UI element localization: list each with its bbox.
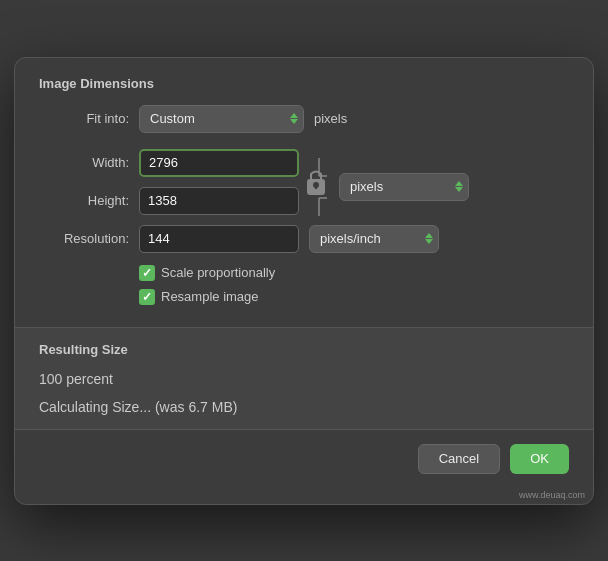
- fit-into-label: Fit into:: [39, 111, 129, 126]
- scale-proportionally-row: ✓ Scale proportionally: [139, 265, 569, 281]
- calc-size-text: Calculating Size... (was 6.7 MB): [39, 399, 569, 415]
- wh-block: Width: Height:: [39, 149, 299, 225]
- height-label: Height:: [39, 193, 129, 208]
- fit-into-row: Fit into: Custom pixels: [39, 105, 569, 133]
- resolution-unit-select-wrapper: pixels/inch: [309, 225, 439, 253]
- resolution-unit-select[interactable]: pixels/inch: [309, 225, 439, 253]
- image-dimensions-dialog: Image Dimensions Fit into: Custom pixels: [14, 57, 594, 505]
- height-input[interactable]: [139, 187, 299, 215]
- pixels-select-wrapper: pixels: [339, 173, 469, 201]
- fit-into-select[interactable]: Custom: [139, 105, 304, 133]
- image-dimensions-section: Image Dimensions Fit into: Custom pixels: [15, 58, 593, 327]
- resample-image-row: ✓ Resample image: [139, 289, 569, 305]
- ok-button[interactable]: OK: [510, 444, 569, 474]
- resample-image-label: Resample image: [161, 289, 259, 304]
- aspect-ratio-lock[interactable]: [305, 157, 333, 217]
- width-label: Width:: [39, 155, 129, 170]
- svg-rect-6: [315, 185, 317, 189]
- resolution-row: Resolution: pixels/inch: [39, 225, 569, 253]
- height-row: Height:: [39, 187, 299, 215]
- section-title-image-dimensions: Image Dimensions: [39, 76, 569, 91]
- width-input[interactable]: [139, 149, 299, 177]
- fit-into-unit-label: pixels: [314, 111, 347, 126]
- result-percent-text: 100 percent: [39, 371, 569, 387]
- fit-into-select-wrapper: Custom: [139, 105, 304, 133]
- unit-select-wrapper: pixels: [339, 173, 469, 201]
- resolution-label: Resolution:: [39, 231, 129, 246]
- cancel-button[interactable]: Cancel: [418, 444, 500, 474]
- watermark: www.deuaq.com: [15, 488, 593, 504]
- scale-proportionally-label: Scale proportionally: [161, 265, 275, 280]
- pixels-unit-select[interactable]: pixels: [339, 173, 469, 201]
- resample-image-checkbox[interactable]: ✓: [139, 289, 155, 305]
- width-row: Width:: [39, 149, 299, 177]
- resulting-size-section: Resulting Size 100 percent Calculating S…: [15, 327, 593, 429]
- resulting-size-title: Resulting Size: [39, 342, 569, 357]
- scale-proportionally-checkbox[interactable]: ✓: [139, 265, 155, 281]
- button-row: Cancel OK: [15, 429, 593, 488]
- resolution-input[interactable]: [139, 225, 299, 253]
